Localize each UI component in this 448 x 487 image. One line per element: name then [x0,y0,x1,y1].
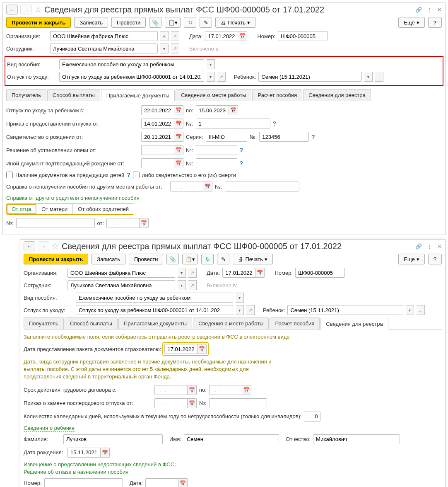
bottom-number[interactable] [16,218,95,228]
chevron-down-icon[interactable]: ▾ [236,293,244,303]
tab-workplace[interactable]: Сведения о месте работы [193,317,269,329]
close-icon[interactable]: ✕ [437,243,442,250]
open-icon[interactable]: ↗ [188,268,197,278]
open-icon[interactable]: ↗ [171,31,179,41]
more-button[interactable]: Еще ▾ [398,17,424,28]
post-button[interactable]: Провести [111,17,146,28]
birth-series[interactable] [206,132,247,142]
help-button[interactable]: ? [428,254,442,264]
leave-field[interactable] [76,305,233,315]
calendar-icon[interactable]: 📅 [188,385,197,395]
calendar-icon[interactable]: 📅 [229,105,238,115]
attach-icon[interactable]: 📎 [149,17,161,28]
order-number[interactable] [196,119,270,128]
calendar-icon[interactable]: 📅 [242,385,251,395]
from-mother-option[interactable]: От матери [36,204,73,214]
replace-date[interactable] [154,398,188,408]
birthdate-field[interactable] [67,448,101,458]
calendar-icon[interactable]: 📅 [255,268,265,278]
calendar-icon[interactable]: 📅 [198,344,207,354]
print-button[interactable]: 🖨 Печать ▾ [233,254,273,264]
leave-field[interactable] [59,72,204,82]
open-icon[interactable]: ↗ [246,305,255,315]
guardianship-number[interactable] [196,145,237,155]
calendar-icon[interactable]: 📅 [238,31,247,41]
calendar-icon[interactable]: 📅 [140,218,149,228]
edit-pencil-icon[interactable]: ✎ [200,17,212,28]
menu-icon[interactable]: ⋮ [427,7,432,13]
help-icon[interactable]: ? [240,147,243,153]
calendar-icon[interactable]: 📅 [174,158,183,168]
guardianship-date[interactable] [141,145,174,155]
open-icon[interactable]: ↗ [217,72,226,82]
tab-registry[interactable]: Сведения для реестра [303,89,371,101]
tab-calculation[interactable]: Расчет пособия [270,317,320,329]
calendar-icon[interactable]: 📅 [203,182,212,191]
write-button[interactable]: Записать [92,254,125,264]
help-icon[interactable]: ? [127,172,130,178]
calendar-icon[interactable]: 📅 [174,119,183,128]
tab-recipient[interactable]: Получатель [24,317,64,329]
attach-icon[interactable]: 📎 [166,254,179,264]
employee-field[interactable] [50,44,158,53]
calendar-icon[interactable]: 📅 [178,478,188,487]
from-father-option[interactable]: От отца [7,204,36,214]
contract-to[interactable] [209,385,242,395]
back-button[interactable]: ← [24,241,35,251]
chevron-down-icon[interactable]: ▾ [236,305,244,315]
birth-cert-date[interactable] [141,132,174,142]
menu-icon[interactable]: ⋮ [427,243,432,250]
calendar-icon[interactable]: 📅 [174,132,183,142]
write-button[interactable]: Записать [74,17,108,28]
leave-to-date[interactable] [196,105,229,115]
notice-number[interactable] [44,478,123,487]
clipboard-icon[interactable]: 📋▾ [182,254,198,264]
more-button[interactable]: Еще ▾ [398,254,424,264]
tab-workplace[interactable]: Сведения о месте работы [176,89,251,101]
benefit-type-field[interactable] [76,293,233,303]
chevron-down-icon[interactable]: ▾ [160,44,169,53]
org-field[interactable] [67,268,175,278]
favorite-star-icon[interactable]: ☆ [34,5,42,15]
help-icon[interactable]: ? [311,133,315,140]
notice-date[interactable] [145,478,178,487]
ellipsis-icon[interactable]: … [375,72,383,82]
birth-number[interactable] [259,132,309,142]
days-field[interactable] [304,412,320,422]
patronymic-field[interactable] [313,434,400,444]
spravka-number[interactable] [225,182,299,191]
edit-pencil-icon[interactable]: ✎ [217,254,229,264]
contract-from[interactable] [154,385,188,395]
back-button[interactable]: ← [6,5,18,15]
number-field[interactable] [295,268,345,278]
calendar-icon[interactable]: 📅 [101,448,110,458]
tab-payment[interactable]: Способ выплаты [65,317,118,329]
date-field[interactable] [222,268,255,278]
chevron-down-icon[interactable]: ▾ [178,280,186,290]
from-both-option[interactable]: От обоих родителей [73,204,134,214]
leave-from-date[interactable] [141,105,174,115]
refresh-icon[interactable]: ↻ [184,17,196,28]
pkg-date-field[interactable] [164,344,198,354]
tab-payment[interactable]: Способ выплаты [47,89,100,101]
tab-registry[interactable]: Сведения для реестра [320,318,388,330]
bottom-date[interactable] [106,218,140,228]
org-field[interactable] [50,31,158,41]
employee-field[interactable] [67,280,175,290]
tab-documents[interactable]: Прилагаемые документы [101,90,175,101]
open-icon[interactable]: ↗ [171,44,179,53]
number-field[interactable] [278,31,328,41]
clipboard-icon[interactable]: 📋▾ [165,17,181,28]
open-icon[interactable]: ↗ [188,280,197,290]
submit-close-button[interactable]: Провести и закрыть [24,254,88,264]
chevron-down-icon[interactable]: ▾ [207,72,215,82]
other-doc-number[interactable] [196,158,237,168]
chevron-down-icon[interactable]: ▾ [160,31,169,41]
surname-field[interactable] [63,434,163,444]
replace-number[interactable] [209,398,267,408]
benefit-type-field[interactable] [59,59,204,69]
refresh-icon[interactable]: ↻ [201,254,214,264]
name-field[interactable] [184,434,279,444]
date-field[interactable] [205,31,238,41]
spravka-date[interactable] [170,182,203,191]
